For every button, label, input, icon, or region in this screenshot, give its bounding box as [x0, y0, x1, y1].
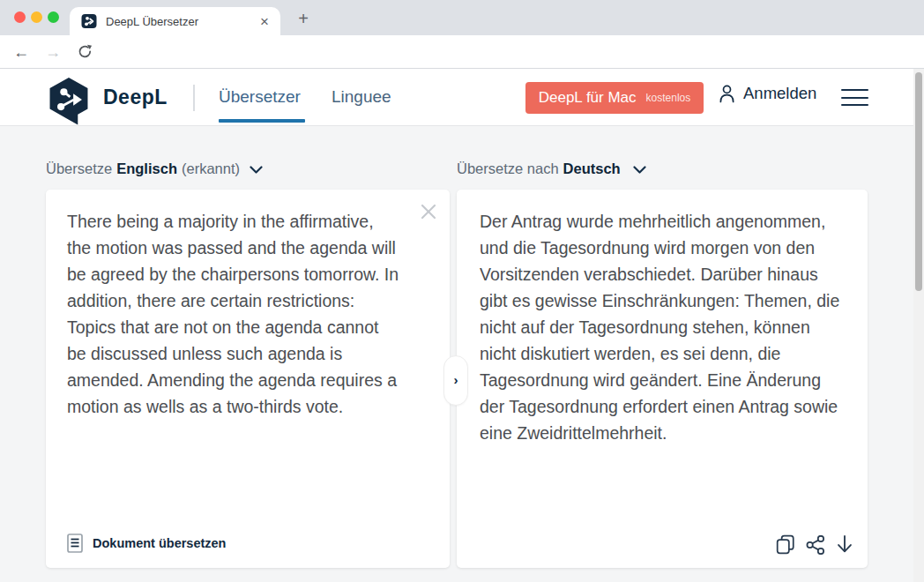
- chevron-down-icon: [250, 166, 263, 175]
- forward-icon[interactable]: →: [42, 41, 63, 63]
- user-icon: [719, 84, 735, 103]
- tab-strip: DeepL Übersetzer × +: [0, 0, 924, 35]
- zoom-window-button[interactable]: [48, 11, 59, 23]
- tab-title: DeepL Übersetzer: [106, 15, 257, 28]
- page-scrollbar-thumb[interactable]: [915, 72, 922, 291]
- source-text-panel[interactable]: There being a majority in the affirmativ…: [46, 190, 450, 568]
- site-header: DeepL Übersetzer Linguee DeepL für Mac k…: [0, 69, 913, 126]
- clear-source-icon[interactable]: [419, 202, 438, 221]
- target-language-selector[interactable]: Übersetze nach Deutsch: [457, 160, 646, 177]
- close-window-button[interactable]: [14, 11, 26, 23]
- deepl-for-mac-label: DeepL für Mac: [539, 89, 637, 107]
- copy-icon[interactable]: [776, 534, 795, 555]
- target-selector-prefix: Übersetze nach: [457, 160, 559, 177]
- active-tab-underline: [219, 119, 305, 123]
- deepl-for-mac-button[interactable]: DeepL für Mac kostenlos: [525, 82, 704, 114]
- browser-window: DeepL Übersetzer × + ← → https://www.dee…: [0, 0, 924, 582]
- target-text: Der Antrag wurde mehrheitlich angenommen…: [457, 190, 868, 446]
- new-tab-button[interactable]: +: [293, 9, 314, 30]
- share-icon[interactable]: [806, 535, 825, 555]
- back-icon[interactable]: ←: [11, 41, 32, 63]
- source-text[interactable]: There being a majority in the affirmativ…: [46, 190, 450, 420]
- target-text-panel: Der Antrag wurde mehrheitlich angenommen…: [457, 190, 868, 568]
- chevron-down-icon: [633, 166, 646, 175]
- reload-icon[interactable]: [74, 43, 95, 64]
- brand-name[interactable]: DeepL: [103, 86, 168, 109]
- minimize-window-button[interactable]: [31, 11, 42, 23]
- tab-linguee[interactable]: Linguee: [332, 87, 391, 107]
- deepl-logo-icon[interactable]: [46, 77, 92, 126]
- document-icon: [67, 534, 83, 553]
- sign-in-label: Anmelden: [743, 84, 816, 103]
- source-selector-prefix: Übersetze: [46, 160, 112, 177]
- source-language-selector[interactable]: Übersetze Englisch (erkannt): [46, 160, 263, 177]
- translate-document-button[interactable]: Dokument übersetzen: [67, 534, 226, 553]
- sign-in-button[interactable]: Anmelden: [719, 84, 816, 103]
- download-icon[interactable]: [836, 534, 853, 555]
- hamburger-menu-icon[interactable]: [841, 89, 868, 106]
- favicon-icon: [81, 13, 97, 29]
- target-language: Deutsch: [563, 160, 621, 177]
- tab-uebersetzer[interactable]: Übersetzer: [219, 87, 301, 107]
- translate-document-label: Dokument übersetzen: [93, 536, 226, 550]
- close-tab-icon[interactable]: ×: [257, 14, 272, 29]
- chevron-right-icon: ›: [454, 372, 458, 387]
- browser-tab[interactable]: DeepL Übersetzer ×: [70, 7, 280, 35]
- header-divider: [193, 85, 195, 111]
- kostenlos-badge: kostenlos: [646, 92, 691, 104]
- detected-note: (erkannt): [182, 160, 240, 177]
- browser-toolbar: ← → https://www.deepl.com/translator: [0, 35, 924, 69]
- swap-direction-button[interactable]: ›: [443, 355, 468, 406]
- target-actions: [776, 534, 853, 555]
- source-language: Englisch: [116, 160, 177, 177]
